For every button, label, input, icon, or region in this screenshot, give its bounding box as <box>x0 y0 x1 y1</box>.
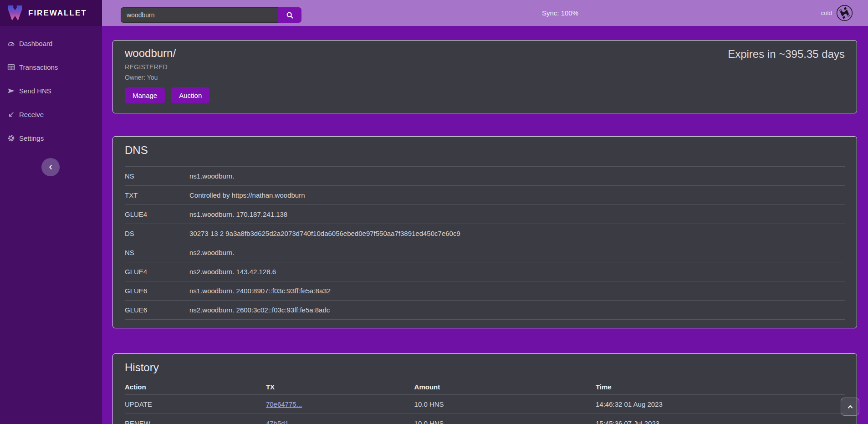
domain-expiry: Expires in ~395.35 days <box>728 48 845 61</box>
history-column-header: TX <box>266 379 414 395</box>
search-icon <box>286 11 294 19</box>
tx-link[interactable]: 70e64775... <box>266 400 302 408</box>
app-title: FIREWALLET <box>28 9 87 18</box>
sidebar-item-label: Transactions <box>19 63 58 71</box>
chevron-up-icon <box>847 403 854 410</box>
receive-arrow-icon <box>7 111 15 118</box>
search-input[interactable] <box>121 7 278 23</box>
sidebar-item-label: Settings <box>19 134 44 142</box>
dns-record-type: DS <box>125 230 189 237</box>
history-action: RENEW <box>125 414 266 424</box>
history-table: Action TX Amount Time UPDATE 70e64775...… <box>125 379 845 424</box>
history-header-row: Action TX Amount Time <box>125 379 845 395</box>
history-row: RENEW 47b5d1... 10.0 HNS 15:45:36 07 Jul… <box>125 414 845 424</box>
search-group <box>121 7 301 23</box>
send-icon <box>7 87 15 95</box>
sidebar-item-label: Dashboard <box>19 40 52 47</box>
wallet-status: cold <box>821 0 853 26</box>
dns-record-row: DS 30273 13 2 9a3a8fb3d625d2a2073d740f10… <box>125 224 845 243</box>
dns-record-type: GLUE6 <box>125 287 189 295</box>
history-time: 14:46:32 01 Aug 2023 <box>596 395 845 414</box>
domain-actions: Manage Auction <box>125 87 845 103</box>
history-action: UPDATE <box>125 395 266 414</box>
sidebar-item-send-hns[interactable]: Send HNS <box>0 79 102 102</box>
auction-button[interactable]: Auction <box>171 87 209 103</box>
wallet-name: cold <box>821 10 832 16</box>
topbar: Sync: 100% cold <box>102 0 868 26</box>
domain-status: REGISTERED <box>125 63 845 71</box>
history-column-header: Amount <box>414 379 596 395</box>
history-title: History <box>125 361 845 374</box>
dns-record-value: ns1.woodburn. 170.187.241.138 <box>189 210 845 218</box>
dns-record-value: 30273 13 2 9a3a8fb3d625d2a2073d740f10da6… <box>189 230 845 237</box>
history-amount: 10.0 HNS <box>414 395 596 414</box>
dns-record-type: TXT <box>125 191 189 199</box>
history-time: 15:45:36 07 Jul 2023 <box>596 414 845 424</box>
dns-record-row: NS ns1.woodburn. <box>125 166 845 185</box>
dns-record-value: ns1.woodburn. 2400:8907::f03c:93ff:fe5a:… <box>189 287 845 295</box>
dns-record-type: NS <box>125 249 189 256</box>
search-button[interactable] <box>278 7 301 23</box>
gauge-icon <box>7 40 15 47</box>
dns-records-list: NS ns1.woodburn. TXT Controlled by https… <box>125 166 845 320</box>
manage-button[interactable]: Manage <box>125 87 165 103</box>
dns-record-type: GLUE4 <box>125 210 189 218</box>
dns-record-row: GLUE4 ns1.woodburn. 170.187.241.138 <box>125 204 845 224</box>
domain-card: woodburn/ Expires in ~395.35 days REGIST… <box>112 40 857 113</box>
sidebar-item-receive[interactable]: Receive <box>0 102 102 126</box>
sidebar-item-label: Receive <box>19 111 44 118</box>
handshake-logo-icon <box>836 5 853 21</box>
app-logo-area: FIREWALLET <box>0 0 102 26</box>
sync-status: Sync: 100% <box>542 9 578 17</box>
scroll-to-top-button[interactable] <box>841 398 859 416</box>
history-column-header: Time <box>596 379 845 395</box>
dns-card: DNS NS ns1.woodburn. TXT Controlled by h… <box>112 136 857 328</box>
domain-owner: Owner: You <box>125 74 845 81</box>
dns-record-row: GLUE6 ns2.woodburn. 2600:3c02::f03c:93ff… <box>125 300 845 319</box>
table-icon <box>7 63 15 71</box>
dns-record-value: ns2.woodburn. <box>189 249 845 256</box>
dns-record-type: GLUE4 <box>125 268 189 276</box>
dns-record-row: GLUE4 ns2.woodburn. 143.42.128.6 <box>125 262 845 281</box>
sidebar: FIREWALLET Dashboard Transactions <box>0 0 102 424</box>
tx-link[interactable]: 47b5d1... <box>266 419 295 424</box>
history-rows: UPDATE 70e64775... 10.0 HNS 14:46:32 01 … <box>125 395 845 424</box>
dns-record-type: NS <box>125 172 189 180</box>
sidebar-item-settings[interactable]: Settings <box>0 126 102 150</box>
sidebar-item-dashboard[interactable]: Dashboard <box>0 31 102 55</box>
history-amount: 10.0 HNS <box>414 414 596 424</box>
gear-icon <box>7 134 15 142</box>
dns-record-row: TXT Controlled by https://nathan.woodbur… <box>125 185 845 204</box>
hns-wallet-button[interactable] <box>836 5 853 21</box>
history-card: History Action TX Amount Time <box>112 353 857 424</box>
main-content: woodburn/ Expires in ~395.35 days REGIST… <box>102 26 868 424</box>
dns-title: DNS <box>125 144 845 157</box>
collapse-sidebar-button[interactable] <box>41 158 60 176</box>
sidebar-item-transactions[interactable]: Transactions <box>0 55 102 79</box>
sidebar-nav: Dashboard Transactions Send HNS Receive <box>0 26 102 150</box>
sidebar-item-label: Send HNS <box>19 87 51 95</box>
dns-record-value: ns2.woodburn. 2600:3c02::f03c:93ff:fe5a:… <box>189 306 845 314</box>
dns-record-type: GLUE6 <box>125 306 189 314</box>
dns-record-value: ns1.woodburn. <box>189 172 845 180</box>
firewallet-logo-icon <box>7 5 23 22</box>
history-row: UPDATE 70e64775... 10.0 HNS 14:46:32 01 … <box>125 395 845 414</box>
dns-record-value: ns2.woodburn. 143.42.128.6 <box>189 268 845 276</box>
dns-record-value: Controlled by https://nathan.woodburn <box>189 191 845 199</box>
history-column-header: Action <box>125 379 266 395</box>
dns-record-row: GLUE6 ns1.woodburn. 2400:8907::f03c:93ff… <box>125 281 845 300</box>
dns-record-row: NS ns2.woodburn. <box>125 243 845 262</box>
chevron-left-icon <box>47 164 54 170</box>
